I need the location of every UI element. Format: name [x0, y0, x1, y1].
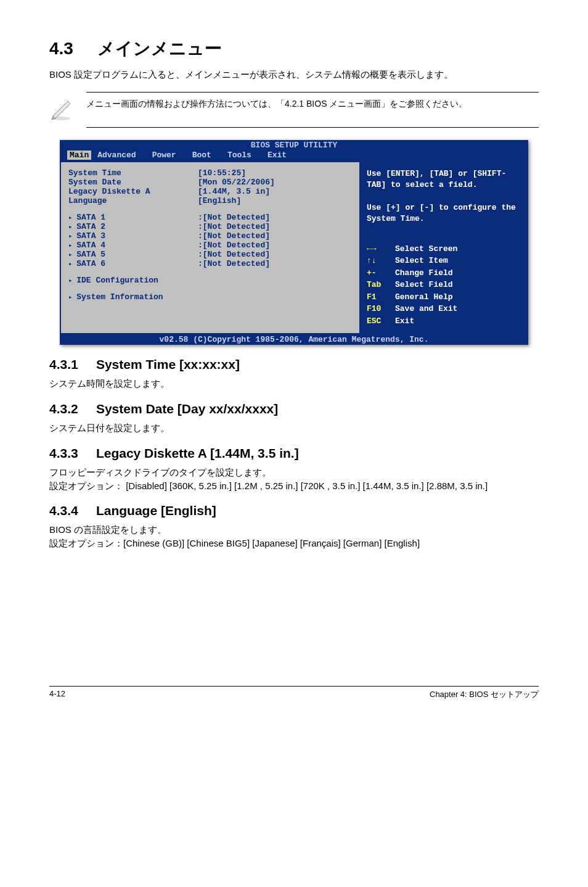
row-sata6-label: SATA 6: [68, 259, 198, 268]
row-system-time-value: [10:55:25]: [198, 168, 246, 178]
row-system-date-label: System Date: [68, 178, 198, 187]
note-pencil-icon: [49, 97, 74, 122]
key-esc: ESC: [367, 315, 395, 328]
note-text: メニュー画面の情報および操作方法については、「4.2.1 BIOS メニュー画面…: [86, 97, 467, 110]
bios-tab-main: Main: [67, 151, 91, 160]
heading-4-3-2-title: System Date [Day xx/xx/xxxx]: [96, 402, 278, 416]
bios-main-panel: System Time[10:55:25] System Date[Mon 05…: [60, 162, 359, 334]
row-system-date-value: [Mon 05/22/2006]: [198, 178, 275, 187]
key-general-help: General Help: [395, 292, 453, 302]
heading-4-3-1-title: System Time [xx:xx:xx]: [96, 357, 240, 371]
row-language-value: [English]: [198, 196, 241, 205]
row-sata3-label: SATA 3: [68, 231, 198, 241]
key-tab: Tab: [367, 279, 395, 291]
bios-tab-exit: Exit: [267, 151, 296, 160]
heading-4-3-4-title: Language [English]: [96, 503, 216, 518]
page-footer: 4-12 Chapter 4: BIOS セットアップ: [49, 686, 539, 700]
key-select-screen: Select Screen: [395, 244, 457, 254]
key-change-field: Change Field: [395, 268, 453, 278]
heading-4-3-1-num: 4.3.1: [49, 357, 78, 371]
body-4-3-3: フロッピーディスクドライブのタイプを設定します。 設定オプション： [Disab…: [49, 466, 539, 493]
page-number: 4-12: [49, 689, 65, 700]
row-sata6-value: :[Not Detected]: [198, 259, 270, 268]
row-sata1-value: :[Not Detected]: [198, 213, 270, 222]
row-sata3-value: :[Not Detected]: [198, 231, 270, 241]
section-number: 4.3: [49, 39, 73, 58]
bios-key-legend: Select Screen Select Item +-Change Field…: [367, 243, 521, 328]
row-legacy-diskette-label: Legacy Diskette A: [68, 187, 198, 196]
row-sata5-label: SATA 5: [68, 250, 198, 259]
key-select-field: Select Field: [395, 280, 453, 289]
heading-4-3-3-num: 4.3.3: [49, 446, 78, 460]
row-system-time-label: System Time: [68, 168, 198, 178]
section-name: メインメニュー: [97, 39, 222, 58]
bios-menu-bar: Main Advanced Power Boot Tools Exit: [60, 151, 528, 161]
row-sata4-label: SATA 4: [68, 241, 198, 250]
heading-4-3-1: 4.3.1 System Time [xx:xx:xx]: [49, 357, 539, 372]
heading-4-3-2: 4.3.2 System Date [Day xx/xx/xxxx]: [49, 402, 539, 416]
body-4-3-4: BIOS の言語設定をします。 設定オプション：[Chinese (GB)] […: [49, 523, 539, 550]
body-4-3-1: システム時間を設定します。: [49, 377, 539, 390]
row-language-label: Language: [68, 196, 198, 205]
bios-tab-power: Power: [152, 151, 186, 160]
section-4-3-title: 4.3 メインメニュー: [49, 37, 539, 60]
arrow-left-right-icon: [367, 243, 395, 255]
key-f10: F10: [367, 303, 395, 315]
heading-4-3-4-num: 4.3.4: [49, 503, 78, 518]
heading-4-3-2-num: 4.3.2: [49, 402, 78, 416]
svg-marker-1: [53, 101, 70, 118]
row-sata5-value: :[Not Detected]: [198, 250, 270, 259]
chapter-label: Chapter 4: BIOS セットアップ: [430, 689, 539, 700]
row-sata4-value: :[Not Detected]: [198, 241, 270, 250]
bios-help-text: Use [ENTER], [TAB] or [SHIFT-TAB] to sel…: [367, 168, 521, 225]
key-select-item: Select Item: [395, 256, 448, 265]
bios-tab-tools: Tools: [227, 151, 261, 160]
row-sata1-label: SATA 1: [68, 213, 198, 222]
bios-tab-advanced: Advanced: [97, 151, 145, 160]
note-box: メニュー画面の情報および操作方法については、「4.2.1 BIOS メニュー画面…: [86, 92, 539, 128]
bios-help-panel: Use [ENTER], [TAB] or [SHIFT-TAB] to sel…: [359, 162, 528, 334]
bios-screenshot: BIOS SETUP UTILITY Main Advanced Power B…: [60, 140, 528, 345]
bios-header: BIOS SETUP UTILITY: [60, 140, 528, 151]
row-sata2-label: SATA 2: [68, 222, 198, 231]
key-save-exit: Save and Exit: [395, 304, 457, 313]
row-system-info: System Information: [68, 292, 198, 302]
body-4-3-2: システム日付を設定します。: [49, 421, 539, 435]
key-f1: F1: [367, 291, 395, 303]
heading-4-3-3-title: Legacy Diskette A [1.44M, 3.5 in.]: [96, 446, 299, 460]
arrow-up-down-icon: [367, 255, 395, 267]
row-legacy-diskette-value: [1.44M, 3.5 in]: [198, 187, 270, 196]
bios-footer: v02.58 (C)Copyright 1985-2006, American …: [60, 334, 528, 345]
bios-tab-boot: Boot: [192, 151, 221, 160]
key-exit: Exit: [395, 316, 414, 326]
heading-4-3-3: 4.3.3 Legacy Diskette A [1.44M, 3.5 in.]: [49, 446, 539, 461]
row-sata2-value: :[Not Detected]: [198, 222, 270, 231]
key-plusminus: +-: [367, 267, 395, 279]
heading-4-3-4: 4.3.4 Language [English]: [49, 503, 539, 518]
intro-text: BIOS 設定プログラムに入ると、メインメニューが表示され、システム情報の概要を…: [49, 68, 539, 81]
row-ide-config: IDE Configuration: [68, 276, 198, 285]
